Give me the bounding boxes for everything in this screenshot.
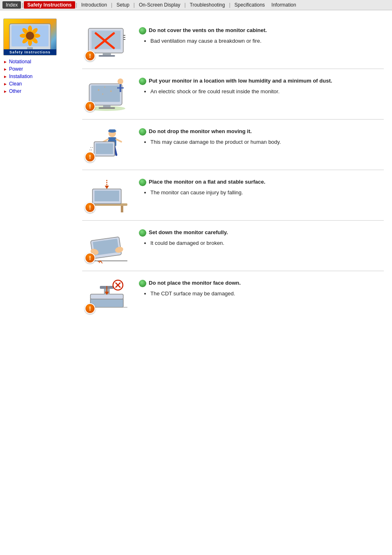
sidebar-item-installation[interactable]: ► Installation [3, 73, 75, 80]
nav-setup[interactable]: Setup [113, 1, 132, 9]
nav-specs[interactable]: Specifications [231, 1, 268, 9]
instruction-title-text-5: Set down the monitor carefully. [149, 229, 228, 236]
nav-sep-6: | [228, 2, 231, 8]
nav-sep-1: | [21, 2, 24, 8]
instruction-title-text-3: Do not drop the monitor when moving it. [149, 128, 252, 135]
instruction-bullets-3: This may cause damage to the product or … [150, 138, 384, 146]
instruction-title-1: Do not cover the vents on the monitor ca… [139, 27, 384, 35]
sidebar-label-notational: Notational [9, 59, 31, 64]
nav-osd[interactable]: On-Screen Display [136, 1, 184, 9]
warning-badge-2: ! [85, 101, 95, 112]
nav-sep-2: | [75, 2, 78, 8]
arrow-icon-power: ► [3, 67, 7, 71]
sunflower-icon [7, 22, 53, 53]
warning-badge-6: ! [85, 303, 95, 314]
illus-wrap-6: ! [82, 278, 131, 315]
sidebar: Safety Instructions ► Notational ► Power… [0, 14, 78, 325]
instruction-bullets-4: The monitor can cause injury by falling. [150, 189, 384, 197]
sidebar-label-power: Power [9, 66, 23, 72]
illus-wrap-4: ! [82, 177, 131, 214]
green-dot-6 [139, 280, 146, 287]
arrow-icon-notational: ► [3, 60, 7, 64]
illus-wrap-5: ! [82, 227, 131, 264]
illus-wrap-1: ! [82, 25, 131, 62]
sidebar-item-other[interactable]: ► Other [3, 88, 75, 95]
svg-rect-21 [99, 55, 115, 57]
sidebar-item-notational[interactable]: ► Notational [3, 58, 75, 65]
sidebar-item-clean[interactable]: ► Clean [3, 80, 75, 88]
main-layout: Safety Instructions ► Notational ► Power… [0, 10, 392, 325]
svg-point-29 [118, 78, 123, 84]
arrow-icon-clean: ► [3, 82, 7, 86]
instruction-block-3: ! Do not drop the monitor when moving it… [82, 120, 384, 170]
sidebar-logo: Safety Instructions [3, 18, 57, 55]
warning-badge-4: ! [85, 202, 95, 213]
bullet-6-1: The CDT surface may be damaged. [150, 290, 384, 298]
svg-point-35 [102, 94, 104, 95]
svg-rect-45 [96, 143, 113, 154]
instruction-block-5: ! Set down the monitor carefully. It cou… [82, 221, 384, 271]
instruction-block-1: ! Do not cover the vents on the monitor … [82, 18, 384, 69]
sidebar-label-other: Other [9, 88, 21, 94]
illus-wrap-3: ! [82, 126, 131, 163]
nav-sep-3: | [110, 2, 113, 8]
nav-sep-5: | [184, 2, 187, 8]
main-content: ! Do not cover the vents on the monitor … [78, 14, 392, 325]
nav-info[interactable]: Information [268, 1, 300, 9]
text-block-4: Place the monitor on a flat and stable s… [139, 177, 384, 197]
svg-marker-55 [105, 186, 109, 189]
bullet-5-1: It could be damaged or broken. [150, 239, 384, 247]
instruction-block-2: ! Put your monitor in a location with lo… [82, 69, 384, 120]
arrow-icon-other: ► [3, 89, 7, 94]
nav-troubleshooting[interactable]: Troubleshooting [187, 1, 228, 9]
warning-badge-5: ! [85, 253, 95, 263]
nav-sep-4: | [133, 2, 136, 8]
green-dot-3 [139, 128, 146, 136]
instruction-block-6: ! Do not place the monitor face down. Th… [82, 271, 384, 321]
text-block-1: Do not cover the vents on the monitor ca… [139, 25, 384, 45]
bullet-1-1: Bad ventilation may cause a breakdown or… [150, 37, 384, 45]
warning-badge-3: ! [85, 152, 95, 162]
sidebar-label-installation: Installation [9, 74, 32, 79]
svg-point-33 [104, 87, 106, 88]
svg-rect-66 [90, 298, 123, 307]
bullet-3-1: This may cause damage to the product or … [150, 138, 384, 146]
instruction-bullets-5: It could be damaged or broken. [150, 239, 384, 247]
sidebar-logo-bar: Safety Instructions [4, 49, 56, 55]
instruction-title-text-4: Place the monitor on a flat and stable s… [149, 178, 265, 186]
warning-badge-1: ! [85, 51, 95, 61]
instruction-bullets-6: The CDT surface may be damaged. [150, 290, 384, 298]
sidebar-item-power[interactable]: ► Power [3, 65, 75, 73]
svg-point-11 [26, 32, 34, 40]
instruction-title-4: Place the monitor on a flat and stable s… [139, 178, 384, 186]
instruction-title-text-6: Do not place the monitor face down. [149, 279, 241, 287]
instruction-bullets-2: An electric shock or fire could result i… [150, 88, 384, 96]
instruction-title-text-1: Do not cover the vents on the monitor ca… [149, 27, 267, 34]
svg-line-41 [116, 139, 121, 142]
arrow-icon-installation: ► [3, 74, 7, 79]
nav-safety[interactable]: Safety Instructions [24, 1, 75, 9]
instruction-title-6: Do not place the monitor face down. [139, 279, 384, 287]
instruction-title-2: Put your monitor in a location with low … [139, 77, 384, 85]
bullet-2-1: An electric shock or fire could result i… [150, 88, 384, 96]
svg-rect-52 [95, 191, 119, 201]
text-block-3: Do not drop the monitor when moving it. … [139, 126, 384, 146]
svg-rect-50 [121, 206, 123, 212]
illus-wrap-2: ! [82, 76, 131, 113]
green-dot-5 [139, 229, 146, 237]
green-dot-1 [139, 27, 146, 35]
nav-index[interactable]: Index [2, 1, 21, 9]
navbar: Index | Safety Instructions | Introducti… [0, 0, 392, 10]
green-dot-4 [139, 179, 146, 186]
svg-point-32 [98, 89, 99, 91]
text-block-2: Put your monitor in a location with low … [139, 76, 384, 96]
svg-rect-26 [91, 85, 120, 102]
instruction-title-3: Do not drop the monitor when moving it. [139, 128, 384, 136]
text-block-5: Set down the monitor carefully. It could… [139, 227, 384, 247]
instruction-bullets-1: Bad ventilation may cause a breakdown or… [150, 37, 384, 45]
text-block-6: Do not place the monitor face down. The … [139, 278, 384, 298]
sidebar-nav: ► Notational ► Power ► Installation ► Cl… [3, 58, 75, 95]
bullet-4-1: The monitor can cause injury by falling. [150, 189, 384, 197]
nav-introduction[interactable]: Introduction [78, 1, 111, 9]
svg-point-34 [110, 90, 112, 92]
